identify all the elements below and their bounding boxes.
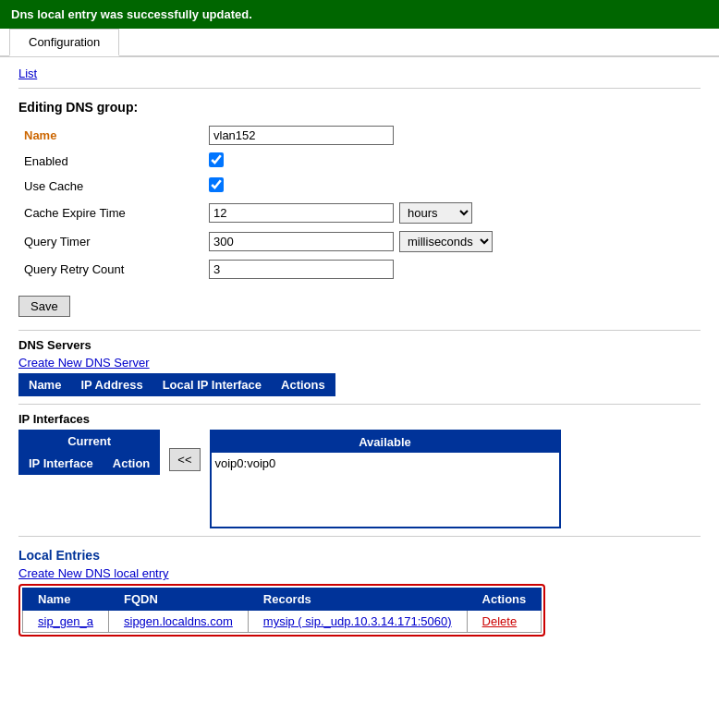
cache-expire-input[interactable] xyxy=(209,203,394,223)
create-dns-server-link[interactable]: Create New DNS Server xyxy=(18,356,701,370)
use-cache-checkbox[interactable] xyxy=(209,177,224,192)
dns-col-actions: Actions xyxy=(272,374,335,396)
action-col: Action xyxy=(103,453,159,475)
dns-servers-title: DNS Servers xyxy=(18,338,701,352)
use-cache-label: Use Cache xyxy=(18,174,203,199)
query-retry-input[interactable] xyxy=(209,260,394,279)
current-header: Current xyxy=(19,431,160,453)
tab-configuration[interactable]: Configuration xyxy=(9,29,119,56)
le-col-records: Records xyxy=(248,588,467,611)
transfer-button[interactable]: << xyxy=(169,448,200,471)
le-col-actions: Actions xyxy=(467,588,542,611)
enabled-checkbox[interactable] xyxy=(209,152,224,167)
ip-interfaces-title: IP Interfaces xyxy=(18,412,701,426)
available-box: Available voip0:voip0 xyxy=(210,430,561,528)
available-header: Available xyxy=(212,431,559,453)
enabled-label: Enabled xyxy=(18,149,203,174)
dns-col-ip: IP Address xyxy=(71,374,152,396)
local-entries-table: Name FQDN Records Actions sip_gen_asipge… xyxy=(22,588,542,633)
le-col-fqdn: FQDN xyxy=(109,588,249,611)
save-button[interactable]: Save xyxy=(18,296,70,317)
current-table: Current IP Interface Action xyxy=(18,430,160,475)
form-section-title: Editing DNS group: xyxy=(18,100,701,115)
tab-bar: Configuration xyxy=(0,29,719,57)
name-label: Name xyxy=(18,122,203,149)
dns-servers-table: Name IP Address Local IP Interface Actio… xyxy=(18,373,335,396)
local-entry-name-link[interactable]: sip_gen_a xyxy=(38,614,93,628)
table-row: sip_gen_asipgen.localdns.commysip ( sip.… xyxy=(23,611,542,633)
name-input[interactable] xyxy=(209,126,394,145)
local-entries-title: Local Entries xyxy=(18,548,701,563)
query-timer-label: Query Timer xyxy=(18,227,203,256)
cache-expire-label: Cache Expire Time xyxy=(18,199,203,227)
available-list: voip0:voip0 xyxy=(212,453,559,527)
list-breadcrumb[interactable]: List xyxy=(18,67,37,80)
dns-col-name: Name xyxy=(19,374,71,396)
success-banner: Dns local entry was successfully updated… xyxy=(0,0,719,29)
le-col-name: Name xyxy=(23,588,109,611)
query-timer-unit-select[interactable]: milliseconds seconds xyxy=(399,231,493,252)
form-table: Name Enabled Use Cache xyxy=(18,122,701,283)
ip-interfaces-layout: Current IP Interface Action << xyxy=(18,430,701,528)
dns-col-local-ip: Local IP Interface xyxy=(152,374,271,396)
cache-expire-unit-select[interactable]: hours minutes seconds xyxy=(399,202,472,224)
ip-interface-col: IP Interface xyxy=(19,453,104,475)
local-entry-fqdn-link[interactable]: sipgen.localdns.com xyxy=(124,614,233,628)
create-local-entry-link[interactable]: Create New DNS local entry xyxy=(18,566,701,580)
local-entries-section: Local Entries Create New DNS local entry… xyxy=(18,548,701,639)
query-retry-label: Query Retry Count xyxy=(18,256,203,283)
local-entry-records-link[interactable]: mysip ( sip._udp.10.3.14.171:5060) xyxy=(263,614,452,628)
query-timer-input[interactable] xyxy=(209,232,394,251)
local-entries-table-wrapper: Name FQDN Records Actions sip_gen_asipge… xyxy=(18,584,545,637)
local-entry-delete-link[interactable]: Delete xyxy=(482,614,518,628)
page-content: List Editing DNS group: Name Enabled xyxy=(0,57,719,649)
